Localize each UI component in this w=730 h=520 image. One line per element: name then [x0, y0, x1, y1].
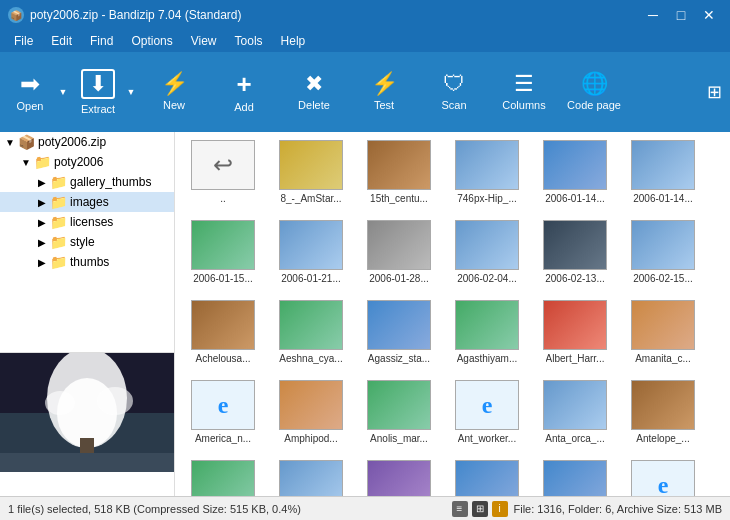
file-name: 2006-01-28...	[369, 273, 429, 285]
add-button[interactable]: + Add	[210, 56, 278, 128]
scan-button[interactable]: 🛡 Scan	[420, 56, 488, 128]
file-name: Agasthiyam...	[457, 353, 518, 365]
file-name: 2006-02-15...	[633, 273, 693, 285]
delete-icon: ✖	[305, 73, 323, 95]
file-thumbnail	[455, 300, 519, 350]
open-button[interactable]: ➡ Open	[4, 56, 56, 128]
delete-button[interactable]: ✖ Delete	[280, 56, 348, 128]
expand-poty2006: ▼	[18, 157, 34, 168]
grid-view-icon[interactable]: ⊞	[472, 501, 488, 517]
list-item[interactable]: Anta_orca_...	[531, 376, 619, 456]
list-item[interactable]: Apis_mellif...	[355, 456, 443, 496]
menu-help[interactable]: Help	[273, 32, 314, 50]
list-item[interactable]: Agassiz_sta...	[355, 296, 443, 376]
file-name: Anolis_mar...	[370, 433, 428, 445]
close-button[interactable]: ✕	[696, 5, 722, 25]
sidebar-item-poty2006[interactable]: ▼ 📁 poty2006	[0, 152, 174, 172]
list-item[interactable]: 15th_centu...	[355, 136, 443, 216]
list-item[interactable]: 2006-02-04...	[443, 216, 531, 296]
menu-edit[interactable]: Edit	[43, 32, 80, 50]
file-thumbnail: e	[455, 380, 519, 430]
list-item[interactable]: Aeshna_cya...	[267, 296, 355, 376]
list-item[interactable]: 2006-01-15...	[179, 216, 267, 296]
file-thumbnail	[631, 140, 695, 190]
file-thumbnail	[367, 460, 431, 496]
columns-button[interactable]: ☰ Columns	[490, 56, 558, 128]
file-thumbnail	[279, 140, 343, 190]
status-bar: 1 file(s) selected, 518 KB (Compressed S…	[0, 496, 730, 520]
menu-tools[interactable]: Tools	[227, 32, 271, 50]
extract-dropdown[interactable]: ▼	[124, 56, 138, 128]
list-item[interactable]: 2006-01-28...	[355, 216, 443, 296]
menu-options[interactable]: Options	[123, 32, 180, 50]
window-title: poty2006.zip - Bandizip 7.04 (Standard)	[30, 8, 241, 22]
file-name: 746px-Hip_...	[457, 193, 516, 205]
minimize-button[interactable]: ─	[640, 5, 666, 25]
sidebar-item-thumbs[interactable]: ▶ 📁 thumbs	[0, 252, 174, 272]
maximize-button[interactable]: □	[668, 5, 694, 25]
list-item[interactable]: Amphipod...	[267, 376, 355, 456]
title-bar: 📦 poty2006.zip - Bandizip 7.04 (Standard…	[0, 0, 730, 30]
sidebar-item-licenses[interactable]: ▶ 📁 licenses	[0, 212, 174, 232]
list-item[interactable]: 2006-02-15...	[619, 216, 707, 296]
extract-button[interactable]: ⬇ Extract	[72, 56, 124, 128]
app-icon: 📦	[8, 7, 24, 23]
file-name: Agassiz_sta...	[368, 353, 430, 365]
menu-find[interactable]: Find	[82, 32, 121, 50]
list-item[interactable]: eAmerica_n...	[179, 376, 267, 456]
list-item[interactable]: Antelope_...	[619, 376, 707, 456]
file-name: 15th_centu...	[370, 193, 428, 205]
sidebar-thumbs-label: thumbs	[70, 255, 109, 269]
file-thumbnail	[543, 380, 607, 430]
file-name: 2006-01-14...	[545, 193, 605, 205]
svg-point-6	[97, 387, 133, 415]
file-thumbnail	[455, 460, 519, 496]
list-item[interactable]: ↩..	[179, 136, 267, 216]
expand-licenses: ▶	[34, 217, 50, 228]
list-item[interactable]: eAustria_Bu...	[619, 456, 707, 496]
list-view-icon[interactable]: ≡	[452, 501, 468, 517]
list-item[interactable]: 2006-01-21...	[267, 216, 355, 296]
list-item[interactable]: Albert_Harr...	[531, 296, 619, 376]
open-dropdown[interactable]: ▼	[56, 56, 70, 128]
list-item[interactable]: Agasthiyam...	[443, 296, 531, 376]
list-item[interactable]: 746px-Hip_...	[443, 136, 531, 216]
extract-icon: ⬇	[81, 69, 115, 99]
new-icon: ⚡	[161, 73, 188, 95]
menu-file[interactable]: File	[6, 32, 41, 50]
status-text: 1 file(s) selected, 518 KB (Compressed S…	[8, 503, 301, 515]
list-item[interactable]: Anolis_mar...	[355, 376, 443, 456]
sidebar-item-gallery[interactable]: ▶ 📁 gallery_thumbs	[0, 172, 174, 192]
codepage-button[interactable]: 🌐 Code page	[560, 56, 628, 128]
codepage-icon: 🌐	[581, 73, 608, 95]
sidebar-style-label: style	[70, 235, 95, 249]
main-area: ▼ 📦 poty2006.zip ▼ 📁 poty2006 ▶ 📁 galler…	[0, 132, 730, 496]
sidebar-item-images[interactable]: ▶ 📁 images	[0, 192, 174, 212]
file-thumbnail	[631, 220, 695, 270]
sidebar-item-style[interactable]: ▶ 📁 style	[0, 232, 174, 252]
list-item[interactable]: 2006-01-14...	[619, 136, 707, 216]
list-item[interactable]: 2006-01-14...	[531, 136, 619, 216]
test-button[interactable]: ⚡ Test	[350, 56, 418, 128]
info-icon[interactable]: i	[492, 501, 508, 517]
file-name: 2006-01-15...	[193, 273, 253, 285]
list-item[interactable]: Athabasca_...	[531, 456, 619, 496]
view-toggle[interactable]: ⊞	[707, 81, 726, 103]
delete-label: Delete	[298, 99, 330, 111]
list-item[interactable]: Anthomyii...	[179, 456, 267, 496]
menu-view[interactable]: View	[183, 32, 225, 50]
preview-panel	[0, 352, 175, 472]
open-button-group: ➡ Open ▼	[4, 56, 70, 128]
list-item[interactable]: Amanita_c...	[619, 296, 707, 376]
file-name: Achelousa...	[195, 353, 250, 365]
sidebar-item-zip[interactable]: ▼ 📦 poty2006.zip	[0, 132, 174, 152]
list-item[interactable]: 8_-_AmStar...	[267, 136, 355, 216]
list-item[interactable]: 2006-02-13...	[531, 216, 619, 296]
list-item[interactable]: eAnt_worker...	[443, 376, 531, 456]
list-item[interactable]: Anvil_shap...	[267, 456, 355, 496]
file-name: Antelope_...	[636, 433, 689, 445]
folder-icon-style: 📁	[50, 234, 67, 250]
new-button[interactable]: ⚡ New	[140, 56, 208, 128]
list-item[interactable]: Achelousa...	[179, 296, 267, 376]
list-item[interactable]: Astronotus...	[443, 456, 531, 496]
